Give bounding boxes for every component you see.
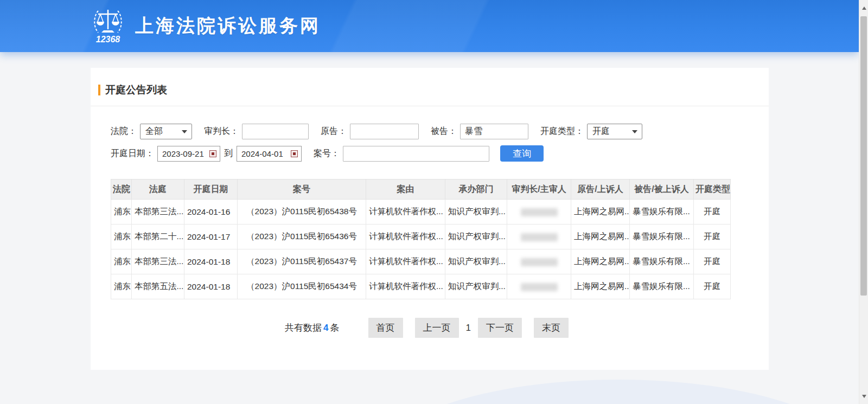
search-button[interactable]: 查询 bbox=[500, 145, 544, 162]
court-select[interactable]: 全部 bbox=[140, 124, 192, 139]
filter-row-1: 法院： 全部 审判长： 原告： 被告： 开庭类型： 开庭 bbox=[111, 124, 769, 139]
cell-date: 2024-01-17 bbox=[184, 225, 238, 249]
cell-case_no: （2023）沪0115民初65438号 bbox=[238, 200, 366, 225]
cell-department: 知识产权审判... bbox=[445, 200, 507, 225]
column-header-date: 开庭日期 bbox=[184, 179, 238, 200]
cell-type: 开庭 bbox=[694, 200, 731, 225]
prev-page-button[interactable]: 上一页 bbox=[415, 318, 459, 338]
case-number-label: 案号： bbox=[314, 148, 340, 159]
column-header-defendant: 被告/被上诉人 bbox=[630, 179, 694, 200]
total-prefix: 共有数据 bbox=[285, 323, 322, 333]
column-header-judge: 审判长/主审人 bbox=[507, 179, 571, 200]
cell-plaintiff: 上海网之易网... bbox=[571, 200, 630, 225]
first-page-button[interactable]: 首页 bbox=[368, 318, 403, 338]
cell-plaintiff: 上海网之易网... bbox=[571, 225, 630, 249]
site-brand: 12368 上海法院诉讼服务网 bbox=[91, 5, 321, 47]
next-page-button[interactable]: 下一页 bbox=[478, 318, 522, 338]
cell-date: 2024-01-16 bbox=[184, 200, 238, 225]
cell-department: 知识产权审判... bbox=[445, 249, 507, 274]
total-count-text: 共有数据4条 bbox=[285, 322, 339, 334]
cell-cause: 计算机软件著作权... bbox=[366, 225, 445, 249]
redacted-judge-name bbox=[521, 208, 558, 216]
scroll-up-arrow-icon[interactable] bbox=[859, 3, 868, 12]
cell-date: 2024-01-18 bbox=[184, 249, 238, 274]
calendar-icon[interactable] bbox=[291, 150, 298, 157]
pagination: 共有数据4条 首页 上一页 1 下一页 末页 bbox=[91, 318, 769, 338]
redacted-judge-name bbox=[521, 258, 558, 266]
column-header-department: 承办部门 bbox=[445, 179, 507, 200]
court-select-value: 全部 bbox=[145, 126, 163, 137]
date-from-input[interactable]: 2023-09-21 bbox=[157, 146, 220, 162]
column-header-type: 开庭类型 bbox=[694, 179, 731, 200]
court-logo-icon: 12368 bbox=[91, 5, 125, 47]
total-count: 4 bbox=[322, 323, 330, 333]
redacted-judge-name bbox=[521, 233, 558, 241]
cell-courtroom: 本部第三法... bbox=[132, 249, 184, 274]
cell-defendant: 暴雪娱乐有限... bbox=[630, 249, 694, 274]
table-header-row: 法院法庭开庭日期案号案由承办部门审判长/主审人原告/上诉人被告/被上诉人开庭类型 bbox=[111, 179, 731, 200]
hearing-date-label: 开庭日期： bbox=[111, 148, 154, 159]
hearing-type-select[interactable]: 开庭 bbox=[587, 124, 642, 139]
svg-text:12368: 12368 bbox=[96, 35, 120, 44]
cell-court: 浦东 bbox=[111, 200, 132, 225]
redacted-judge-name bbox=[521, 283, 558, 291]
cell-courtroom: 本部第二十... bbox=[132, 225, 184, 249]
chevron-down-icon bbox=[632, 130, 637, 133]
table-row: 浦东本部第三法...2024-01-16（2023）沪0115民初65438号计… bbox=[111, 200, 731, 225]
scrollbar-thumb[interactable] bbox=[860, 16, 867, 296]
case-number-input[interactable] bbox=[343, 146, 489, 162]
defendant-input[interactable] bbox=[460, 124, 528, 139]
column-header-courtroom: 法庭 bbox=[132, 179, 184, 200]
scroll-down-arrow-icon[interactable] bbox=[859, 392, 868, 401]
current-page-number: 1 bbox=[466, 323, 471, 334]
total-suffix: 条 bbox=[330, 323, 340, 333]
cell-courtroom: 本部第三法... bbox=[132, 200, 184, 225]
cell-court: 浦东 bbox=[111, 249, 132, 274]
cell-type: 开庭 bbox=[694, 274, 731, 299]
cell-courtroom: 本部第五法... bbox=[132, 274, 184, 299]
cell-cause: 计算机软件著作权... bbox=[366, 274, 445, 299]
cell-type: 开庭 bbox=[694, 249, 731, 274]
plaintiff-input[interactable] bbox=[350, 124, 419, 139]
cell-defendant: 暴雪娱乐有限... bbox=[630, 225, 694, 249]
cell-judge bbox=[507, 249, 571, 274]
cell-plaintiff: 上海网之易网... bbox=[571, 274, 630, 299]
cell-case_no: （2023）沪0115民初65434号 bbox=[238, 274, 366, 299]
cell-department: 知识产权审判... bbox=[445, 274, 507, 299]
title-accent-bar bbox=[98, 85, 100, 95]
date-to-value: 2024-04-01 bbox=[241, 149, 283, 158]
table-row: 浦东本部第三法...2024-01-18（2023）沪0115民初65437号计… bbox=[111, 249, 731, 274]
filter-row-2: 开庭日期： 2023-09-21 到 2024-04-01 案号： 查询 bbox=[111, 145, 769, 162]
hearing-type-label: 开庭类型： bbox=[540, 126, 584, 137]
calendar-icon[interactable] bbox=[209, 150, 216, 157]
cell-defendant: 暴雪娱乐有限... bbox=[630, 274, 694, 299]
cell-cause: 计算机软件著作权... bbox=[366, 200, 445, 225]
column-header-case_no: 案号 bbox=[238, 179, 366, 200]
site-header: 12368 上海法院诉讼服务网 bbox=[0, 0, 859, 52]
cell-case_no: （2023）沪0115民初65437号 bbox=[238, 249, 366, 274]
cell-case_no: （2023）沪0115民初65436号 bbox=[238, 225, 366, 249]
table-row: 浦东本部第五法...2024-01-18（2023）沪0115民初65434号计… bbox=[111, 274, 731, 299]
filter-form: 法院： 全部 审判长： 原告： 被告： 开庭类型： 开庭 开庭日期： 2023-… bbox=[91, 106, 769, 162]
decorative-arc bbox=[374, 380, 863, 404]
last-page-button[interactable]: 末页 bbox=[534, 318, 569, 338]
cell-judge bbox=[507, 274, 571, 299]
page-title: 开庭公告列表 bbox=[105, 83, 167, 97]
column-header-plaintiff: 原告/上诉人 bbox=[571, 179, 630, 200]
table-row: 浦东本部第二十...2024-01-17（2023）沪0115民初65436号计… bbox=[111, 225, 731, 249]
date-to-input[interactable]: 2024-04-01 bbox=[237, 146, 302, 162]
presiding-judge-input[interactable] bbox=[242, 124, 309, 139]
vertical-scrollbar[interactable] bbox=[859, 0, 868, 404]
cell-date: 2024-01-18 bbox=[184, 274, 238, 299]
date-from-value: 2023-09-21 bbox=[162, 149, 204, 158]
column-header-court: 法院 bbox=[111, 179, 132, 200]
cell-cause: 计算机软件著作权... bbox=[366, 249, 445, 274]
cell-court: 浦东 bbox=[111, 274, 132, 299]
hearing-announcement-panel: 开庭公告列表 法院： 全部 审判长： 原告： 被告： 开庭类型： 开庭 开庭日期… bbox=[91, 68, 769, 370]
cell-judge bbox=[507, 200, 571, 225]
column-header-cause: 案由 bbox=[366, 179, 445, 200]
court-filter-label: 法院： bbox=[111, 126, 137, 137]
date-to-label: 到 bbox=[224, 148, 233, 159]
cell-court: 浦东 bbox=[111, 225, 132, 249]
defendant-filter-label: 被告： bbox=[431, 126, 457, 137]
